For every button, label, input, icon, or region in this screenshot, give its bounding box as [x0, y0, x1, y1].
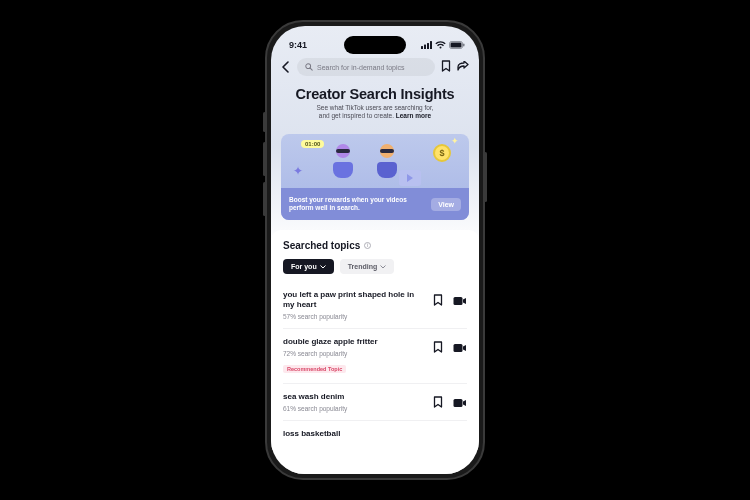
recommended-badge: Recommended Topic — [283, 365, 346, 373]
chevron-down-icon — [320, 265, 326, 269]
share-icon — [457, 61, 469, 72]
topic-title: double glaze apple fritter — [283, 337, 425, 347]
camera-icon — [453, 343, 467, 353]
search-row: Search for in-demand topics — [271, 54, 479, 80]
star-icon: ✦ — [293, 164, 303, 178]
play-icon — [399, 170, 421, 186]
status-time: 9:41 — [289, 40, 307, 50]
topic-main: sea wash denim61% search popularity — [283, 392, 425, 412]
bookmark-button[interactable] — [433, 394, 443, 412]
svg-rect-1 — [424, 45, 426, 50]
search-placeholder: Search for in-demand topics — [317, 64, 405, 71]
topic-row[interactable]: double glaze apple fritter72% search pop… — [283, 328, 467, 383]
bookmark-icon — [433, 396, 443, 408]
svg-rect-9 — [454, 344, 463, 352]
search-icon — [305, 63, 313, 71]
page-title: Creator Search Insights — [285, 86, 465, 102]
promo-footer: Boost your rewards when your videos perf… — [281, 188, 469, 220]
page-subtitle: See what TikTok users are searching for,… — [285, 104, 465, 120]
tab-trending[interactable]: Trending — [340, 259, 395, 274]
phone-frame: 9:41 Search for in-demand topics — [265, 20, 485, 480]
svg-rect-5 — [451, 43, 462, 48]
create-video-button[interactable] — [453, 394, 467, 412]
tab-label: Trending — [348, 263, 378, 270]
svg-rect-10 — [454, 399, 463, 407]
hero: Creator Search Insights See what TikTok … — [271, 80, 479, 128]
topic-row[interactable]: you left a paw print shaped hole in my h… — [283, 282, 467, 328]
svg-rect-8 — [454, 297, 463, 305]
power-button — [484, 152, 487, 202]
topic-title: loss basketball — [283, 429, 467, 439]
section-header: Searched topics i — [283, 240, 467, 251]
topic-title: you left a paw print shaped hole in my h… — [283, 290, 425, 310]
bookmark-button[interactable] — [433, 292, 443, 310]
volume-down-button — [263, 182, 266, 216]
svg-rect-3 — [430, 41, 432, 49]
topic-main: you left a paw print shaped hole in my h… — [283, 290, 425, 320]
tab-label: For you — [291, 263, 317, 270]
topic-actions — [433, 290, 467, 310]
topic-row[interactable]: sea wash denim61% search popularity — [283, 383, 467, 420]
person-illustration — [329, 144, 357, 176]
topic-row[interactable]: loss basketball — [283, 420, 467, 450]
promo-card[interactable]: 01:00 ✦ $ ✦ Boost your rewards when your… — [281, 134, 469, 220]
topic-main: double glaze apple fritter72% search pop… — [283, 337, 425, 375]
searched-topics-section: Searched topics i For you Trending you l… — [271, 230, 479, 450]
create-video-button[interactable] — [453, 339, 467, 357]
topic-popularity: 57% search popularity — [283, 313, 425, 320]
create-video-button[interactable] — [453, 292, 467, 310]
sparkle-icon: ✦ — [451, 136, 459, 146]
timer-badge: 01:00 — [301, 140, 324, 148]
topic-actions — [433, 337, 467, 357]
chevron-down-icon — [380, 265, 386, 269]
tab-for-you[interactable]: For you — [283, 259, 334, 274]
topic-popularity: 61% search popularity — [283, 405, 425, 412]
learn-more-link[interactable]: Learn more — [396, 112, 431, 119]
volume-up-button — [263, 142, 266, 176]
topics-list: you left a paw print shaped hole in my h… — [283, 282, 467, 450]
svg-rect-6 — [463, 44, 465, 47]
coin-icon: $ — [433, 144, 451, 162]
chevron-left-icon — [281, 61, 291, 73]
bookmark-icon — [433, 294, 443, 306]
bottom-fade — [271, 458, 479, 474]
status-icons — [421, 41, 465, 49]
subtitle-line2: and get inspired to create. — [319, 112, 396, 119]
topic-title: sea wash denim — [283, 392, 425, 402]
wifi-icon — [435, 41, 446, 49]
cellular-icon — [421, 41, 432, 49]
section-title: Searched topics — [283, 240, 360, 251]
topic-popularity: 72% search popularity — [283, 350, 425, 357]
bookmark-button[interactable] — [441, 58, 451, 76]
topic-main: loss basketball — [283, 429, 467, 442]
share-button[interactable] — [457, 58, 469, 76]
side-button — [263, 112, 266, 132]
battery-icon — [449, 41, 465, 49]
camera-icon — [453, 398, 467, 408]
screen: 9:41 Search for in-demand topics — [271, 26, 479, 474]
svg-rect-0 — [421, 46, 423, 49]
bookmark-button[interactable] — [433, 339, 443, 357]
topic-actions — [433, 392, 467, 412]
promo-illustration: 01:00 ✦ $ ✦ — [281, 134, 469, 188]
back-button[interactable] — [281, 61, 291, 73]
info-icon[interactable]: i — [364, 242, 371, 249]
bookmark-icon — [441, 60, 451, 72]
notch — [344, 36, 406, 54]
person-illustration — [373, 144, 401, 176]
search-input[interactable]: Search for in-demand topics — [297, 58, 435, 76]
tabs: For you Trending — [283, 259, 467, 274]
camera-icon — [453, 296, 467, 306]
promo-view-button[interactable]: View — [431, 198, 461, 211]
svg-rect-2 — [427, 43, 429, 49]
bookmark-icon — [433, 341, 443, 353]
subtitle-line1: See what TikTok users are searching for, — [316, 104, 433, 111]
promo-text: Boost your rewards when your videos perf… — [289, 196, 425, 212]
